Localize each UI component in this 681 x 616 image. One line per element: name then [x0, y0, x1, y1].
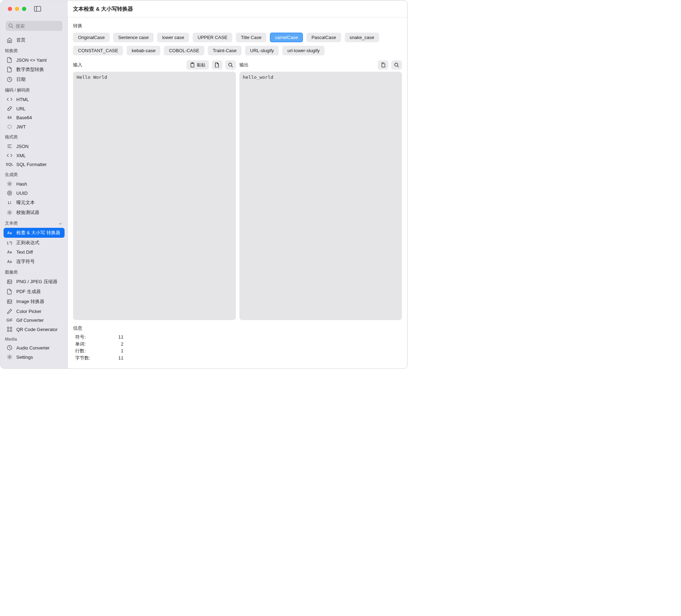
- sidebar-item[interactable]: 日期: [4, 75, 65, 84]
- sidebar-item-label: Text Diff: [16, 249, 33, 255]
- sidebar-item[interactable]: PNG / JPEG 压缩器: [4, 277, 65, 287]
- sidebar-section-header: 生成类: [4, 169, 65, 179]
- case-pill[interactable]: url-lower-slugify: [282, 46, 325, 55]
- info-row: 行数:1: [75, 347, 402, 354]
- sidebar-icon: [34, 6, 41, 12]
- copy-icon: [381, 62, 386, 67]
- app-window: 文本检查 & 大小写转换器 首页 转换类JSON <> Yaml数字类型转换日期…: [0, 0, 408, 369]
- case-pill[interactable]: Traint-Case: [208, 46, 242, 55]
- case-pill[interactable]: COBOL-CASE: [164, 46, 204, 55]
- sidebar-item[interactable]: UUID: [4, 188, 65, 198]
- sidebar-item-icon: [6, 345, 13, 351]
- case-pill[interactable]: PascalCase: [306, 33, 341, 42]
- sidebar-toggle-button[interactable]: [34, 6, 41, 12]
- sidebar-item[interactable]: Audio Converter: [4, 343, 65, 352]
- sidebar-item[interactable]: (.*)正则表达式: [4, 238, 65, 248]
- info-row: 字节数:11: [75, 354, 402, 362]
- sidebar-item[interactable]: SQLSQL Formatter: [4, 160, 65, 169]
- sidebar-item-icon: 64: [6, 116, 13, 120]
- sidebar-item[interactable]: 校验测试器: [4, 208, 65, 218]
- sidebar-item-label: 日期: [16, 76, 26, 83]
- svg-point-21: [9, 356, 11, 358]
- sidebar-item[interactable]: Settings: [4, 352, 65, 362]
- case-pill[interactable]: snake_case: [345, 33, 379, 42]
- output-search-button[interactable]: [391, 60, 402, 70]
- case-pill[interactable]: Title Case: [236, 33, 266, 42]
- sidebar-item[interactable]: AaText Diff: [4, 248, 65, 257]
- sidebar-item[interactable]: JSON: [4, 142, 65, 151]
- sidebar-item-label: Settings: [16, 354, 33, 360]
- case-pill[interactable]: lower case: [157, 33, 189, 42]
- sidebar-item-icon: Aa: [6, 250, 13, 254]
- svg-rect-0: [34, 6, 41, 11]
- titlebar: 文本检查 & 大小写转换器: [1, 1, 407, 17]
- sidebar-section-header: 转换类: [4, 45, 65, 55]
- sidebar-item[interactable]: Aa连字符号: [4, 257, 65, 266]
- sidebar-item[interactable]: HTML: [4, 95, 65, 104]
- sidebar-item[interactable]: QR Code Generator: [4, 325, 65, 334]
- app-body: 首页 转换类JSON <> Yaml数字类型转换日期编码 / 解码类HTMLUR…: [1, 17, 407, 368]
- info-label: 信息: [73, 325, 402, 331]
- case-pill[interactable]: kebab-case: [127, 46, 160, 55]
- sidebar-item-label: 数字类型转换: [16, 66, 44, 73]
- case-pill[interactable]: camelCase: [270, 33, 303, 42]
- open-file-button[interactable]: [212, 60, 222, 70]
- case-pill[interactable]: OriginalCase: [73, 33, 110, 42]
- sidebar-item-label: 首页: [16, 37, 26, 43]
- paste-button[interactable]: 黏贴: [187, 60, 209, 70]
- input-textarea[interactable]: Hello World: [73, 72, 236, 320]
- sidebar-item[interactable]: URL: [4, 104, 65, 113]
- sidebar-item[interactable]: 数字类型转换: [4, 65, 65, 75]
- sidebar-item-icon: Aa: [6, 260, 13, 264]
- svg-point-9: [7, 191, 12, 195]
- sidebar-item-icon: [6, 124, 13, 130]
- io-header: 输入 黏贴 输出: [73, 60, 402, 70]
- svg-point-13: [9, 281, 9, 282]
- case-pill[interactable]: CONSTANT_CASE: [73, 46, 123, 55]
- sidebar-item-label: HTML: [16, 97, 29, 102]
- minimize-button[interactable]: [15, 7, 19, 11]
- case-pill[interactable]: UPPER CASE: [193, 33, 232, 42]
- sidebar-item-label: Audio Converter: [16, 345, 50, 351]
- sidebar-item[interactable]: GIFGif Converter: [4, 316, 65, 325]
- sidebar-item-home[interactable]: 首页: [4, 35, 65, 45]
- sidebar-item-label: Hash: [16, 181, 27, 187]
- file-icon: [215, 62, 219, 67]
- page-title: 文本检查 & 大小写转换器: [68, 6, 133, 12]
- sidebar-item[interactable]: Li哑元文本: [4, 198, 65, 208]
- sidebar-item-label: 正则表达式: [16, 240, 39, 246]
- sidebar-item-icon: [6, 77, 13, 82]
- sidebar-item-icon: [6, 289, 13, 295]
- sidebar-section-header: Media: [4, 334, 65, 343]
- svg-rect-18: [7, 330, 9, 331]
- main-content: 转换 OriginalCaseSentence caselower caseUP…: [68, 17, 407, 368]
- search-input[interactable]: [6, 21, 62, 31]
- case-pill[interactable]: Sentence case: [113, 33, 154, 42]
- input-search-button[interactable]: [225, 60, 236, 70]
- sidebar-item[interactable]: JSON <> Yaml: [4, 55, 65, 65]
- copy-output-button[interactable]: [378, 60, 388, 70]
- sidebar-item[interactable]: PDF 生成器: [4, 287, 65, 297]
- sidebar-item-label: Base64: [16, 115, 32, 120]
- sidebar-item[interactable]: Color Picker: [4, 307, 65, 316]
- sidebar-item-icon: Aa: [6, 231, 13, 235]
- zoom-button[interactable]: [22, 7, 26, 11]
- svg-point-8: [9, 183, 11, 185]
- svg-point-2: [9, 24, 12, 27]
- sidebar-item[interactable]: Image 转换器: [4, 297, 65, 307]
- sidebar-item[interactable]: Hash: [4, 179, 65, 188]
- sidebar-item[interactable]: 64Base64: [4, 113, 65, 122]
- svg-line-28: [398, 66, 399, 67]
- case-pill[interactable]: URL-slugify: [245, 46, 279, 55]
- sidebar-item[interactable]: XML: [4, 151, 65, 160]
- sidebar-item[interactable]: Aa检查 & 大小写 转换器: [4, 228, 65, 238]
- sidebar-item-label: 检查 & 大小写 转换器: [16, 230, 60, 236]
- sidebar: 首页 转换类JSON <> Yaml数字类型转换日期编码 / 解码类HTMLUR…: [1, 17, 68, 368]
- sidebar-item-icon: [6, 279, 13, 285]
- case-options: OriginalCaseSentence caselower caseUPPER…: [73, 33, 402, 55]
- sidebar-section-header[interactable]: 文本类: [4, 218, 65, 228]
- sidebar-section-header: 编码 / 解码类: [4, 84, 65, 95]
- svg-point-24: [228, 63, 232, 66]
- close-button[interactable]: [8, 7, 12, 11]
- sidebar-item[interactable]: JWT: [4, 122, 65, 131]
